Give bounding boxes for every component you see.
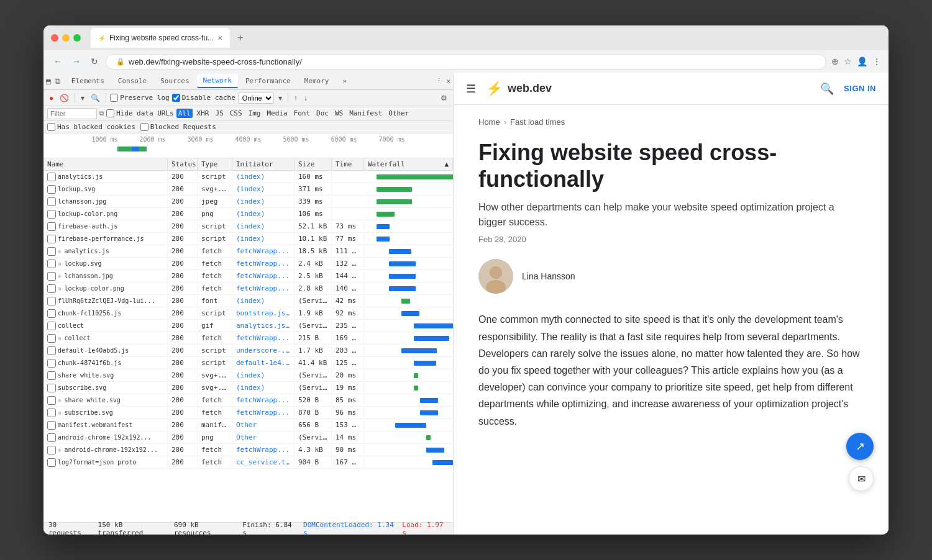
preserve-log-checkbox[interactable] bbox=[110, 94, 118, 102]
table-row[interactable]: lockup-color.png 200 png (index) 106 ms bbox=[43, 208, 453, 220]
table-row[interactable]: firebase-performance.js 200 script (inde… bbox=[43, 233, 453, 245]
row-checkbox[interactable] bbox=[47, 210, 56, 219]
minimize-button[interactable] bbox=[62, 34, 70, 42]
tab-console[interactable]: Console bbox=[112, 75, 153, 88]
filter-options-icon[interactable]: ⧉ bbox=[99, 110, 104, 117]
row-checkbox[interactable] bbox=[47, 421, 56, 430]
row-checkbox[interactable] bbox=[47, 260, 56, 268]
reload-button[interactable]: ↻ bbox=[88, 55, 101, 68]
tab-more[interactable]: » bbox=[337, 75, 354, 88]
tab-elements[interactable]: Elements bbox=[65, 75, 111, 88]
table-row[interactable]: share_white.svg 200 svg+... (index) (Ser… bbox=[43, 369, 453, 382]
filter-font[interactable]: Font bbox=[292, 109, 313, 118]
sign-in-button[interactable]: SIGN IN bbox=[844, 84, 876, 93]
table-row[interactable]: chunk-fc110256.js 200 script bootstrap.j… bbox=[43, 307, 453, 320]
table-row[interactable]: ⊙ analytics.js 200 fetch fetchWrapp... 1… bbox=[43, 245, 453, 258]
table-row[interactable]: android-chrome-192x192... 200 png Other … bbox=[43, 431, 453, 444]
tab-close-icon[interactable]: ✕ bbox=[217, 35, 222, 42]
row-checkbox[interactable] bbox=[47, 433, 56, 442]
row-checkbox[interactable] bbox=[47, 458, 56, 467]
table-row[interactable]: ⊙ lockup.svg 200 fetch fetchWrapp... 2.4… bbox=[43, 258, 453, 270]
row-checkbox[interactable] bbox=[47, 284, 56, 293]
filter-xhr[interactable]: XHR bbox=[195, 109, 211, 118]
filter-other[interactable]: Other bbox=[386, 109, 411, 118]
row-checkbox[interactable] bbox=[47, 247, 56, 256]
bookmark-icon[interactable]: ☆ bbox=[844, 56, 852, 66]
record-stop-button[interactable]: ● bbox=[47, 93, 55, 103]
row-checkbox[interactable] bbox=[47, 359, 56, 368]
filter-manifest[interactable]: Manifest bbox=[347, 109, 384, 118]
row-checkbox[interactable] bbox=[47, 346, 56, 355]
hide-data-urls-label[interactable]: Hide data URLs bbox=[106, 109, 174, 117]
back-button[interactable]: ← bbox=[51, 55, 65, 68]
filter-ws[interactable]: WS bbox=[333, 109, 345, 118]
email-fab[interactable]: ✉ bbox=[849, 466, 874, 491]
throttle-arrow[interactable]: ▾ bbox=[276, 93, 284, 103]
row-checkbox[interactable] bbox=[47, 384, 56, 392]
row-checkbox[interactable] bbox=[47, 272, 56, 281]
table-row[interactable]: log?format=json_proto 200 fetch cc_servi… bbox=[43, 456, 453, 469]
hide-data-urls-checkbox[interactable] bbox=[106, 109, 114, 117]
throttle-select[interactable]: Online bbox=[238, 93, 274, 104]
row-checkbox[interactable] bbox=[47, 222, 56, 231]
devtools-undock-icon[interactable]: ⧉ bbox=[55, 76, 60, 86]
table-row[interactable]: lockup.svg 200 svg+... (index) 371 ms bbox=[43, 183, 453, 196]
has-blocked-cookies-checkbox[interactable] bbox=[47, 123, 55, 131]
forward-button[interactable]: → bbox=[70, 55, 83, 68]
filter-doc[interactable]: Doc bbox=[314, 109, 331, 118]
table-row[interactable]: lchansson.jpg 200 jpeg (index) 339 ms bbox=[43, 196, 453, 208]
filter-all[interactable]: All bbox=[176, 109, 193, 118]
table-row[interactable]: flUhRq6tzZclQEJ-Vdg-lui... 200 font (ind… bbox=[43, 295, 453, 307]
devtools-close-icon[interactable]: ✕ bbox=[446, 77, 450, 85]
filter-css[interactable]: CSS bbox=[228, 109, 244, 118]
table-row[interactable]: analytics.js 200 script (index) 160 ms bbox=[43, 171, 453, 183]
search-icon[interactable]: 🔍 bbox=[820, 82, 834, 96]
new-tab-button[interactable]: + bbox=[232, 30, 248, 46]
table-row[interactable]: ⊙ android-chrome-192x192... 200 fetch fe… bbox=[43, 444, 453, 456]
table-row[interactable]: default-1e40abd5.js 200 script underscor… bbox=[43, 345, 453, 357]
network-table[interactable]: Name Status Type Initiator Size Time Wat… bbox=[43, 158, 453, 522]
disable-cache-checkbox[interactable] bbox=[172, 94, 180, 102]
table-row[interactable]: manifest.webmanifest 200 manif... Other … bbox=[43, 419, 453, 431]
row-checkbox[interactable] bbox=[47, 334, 56, 343]
search-button[interactable]: 🔍 bbox=[89, 93, 102, 103]
devtools-dock-icon[interactable]: ⬒ bbox=[46, 76, 51, 86]
account-icon[interactable]: 👤 bbox=[857, 56, 867, 66]
export-button[interactable]: ↓ bbox=[302, 93, 309, 103]
row-checkbox[interactable] bbox=[47, 173, 56, 181]
row-checkbox[interactable] bbox=[47, 235, 56, 243]
table-row[interactable]: collect 200 gif analytics.js:36 (Servi..… bbox=[43, 320, 453, 332]
table-row[interactable]: chunk-48741f6b.js 200 script default-1e4… bbox=[43, 357, 453, 369]
tab-performance[interactable]: Performance bbox=[239, 75, 297, 88]
table-row[interactable]: ⊙ subscribe.svg 200 fetch fetchWrapp... … bbox=[43, 407, 453, 419]
share-fab[interactable]: ↗ bbox=[846, 433, 874, 460]
cast-icon[interactable]: ⊕ bbox=[831, 56, 839, 66]
tab-memory[interactable]: Memory bbox=[298, 75, 336, 88]
preserve-log-label[interactable]: Preserve log bbox=[110, 94, 169, 102]
active-tab[interactable]: ⚡ Fixing website speed cross-fu... ✕ bbox=[91, 28, 230, 48]
table-row[interactable]: firebase-auth.js 200 script (index) 52.1… bbox=[43, 220, 453, 233]
row-checkbox[interactable] bbox=[47, 409, 56, 417]
tab-network[interactable]: Network bbox=[197, 74, 238, 88]
filter-media[interactable]: Media bbox=[265, 109, 289, 118]
row-checkbox[interactable] bbox=[47, 297, 56, 305]
close-button[interactable] bbox=[51, 34, 58, 42]
blocked-requests-label[interactable]: Blocked Requests bbox=[140, 123, 216, 131]
has-blocked-cookies-label[interactable]: Has blocked cookies bbox=[47, 123, 135, 131]
table-row[interactable]: ⊙ lchansson.jpg 200 fetch fetchWrapp... … bbox=[43, 270, 453, 282]
row-checkbox[interactable] bbox=[47, 371, 56, 380]
row-checkbox[interactable] bbox=[47, 197, 56, 206]
clear-button[interactable]: 🚫 bbox=[58, 93, 71, 103]
filter-img[interactable]: Img bbox=[247, 109, 263, 118]
blocked-requests-checkbox[interactable] bbox=[140, 123, 148, 131]
row-checkbox[interactable] bbox=[47, 185, 56, 194]
settings-button[interactable]: ⚙ bbox=[439, 93, 449, 103]
maximize-button[interactable] bbox=[73, 34, 81, 42]
row-checkbox[interactable] bbox=[47, 322, 56, 330]
table-row[interactable]: ⊙ lockup-color.png 200 fetch fetchWrapp.… bbox=[43, 282, 453, 295]
filter-js[interactable]: JS bbox=[213, 109, 225, 118]
row-checkbox[interactable] bbox=[47, 309, 56, 318]
disable-cache-label[interactable]: Disable cache bbox=[172, 94, 235, 102]
import-button[interactable]: ↑ bbox=[292, 93, 299, 103]
table-row[interactable]: ⊙ collect 200 fetch fetchWrapp... 215 B … bbox=[43, 332, 453, 345]
